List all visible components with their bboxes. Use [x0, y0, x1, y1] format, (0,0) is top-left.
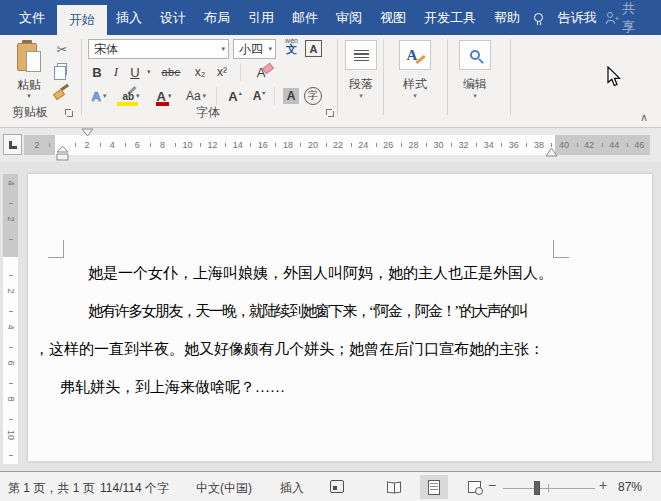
ruler-tick — [9, 347, 13, 348]
ruler-tick — [150, 143, 151, 147]
tab-review[interactable]: 审阅 — [327, 0, 371, 35]
cut-button[interactable]: ✂ — [52, 40, 72, 58]
styles-button[interactable]: A — [399, 40, 431, 70]
group-divider — [510, 39, 511, 115]
change-case-button[interactable]: Aa▾ — [180, 86, 212, 106]
zoom-level[interactable]: 87% — [618, 480, 642, 494]
scissors-icon: ✂ — [57, 42, 68, 57]
ruler-tick — [401, 143, 402, 147]
tab-layout[interactable]: 布局 — [195, 0, 239, 35]
paste-dropdown-arrow[interactable]: ▾ — [6, 92, 52, 100]
share-label: 共享 — [622, 0, 645, 36]
ruler-number: 38 — [531, 135, 547, 155]
collapse-ribbon-button[interactable]: ∧ — [634, 111, 654, 124]
left-indent-marker[interactable] — [56, 146, 69, 161]
enclose-character: 字 — [304, 87, 322, 105]
insert-mode-status[interactable]: 插入 — [280, 480, 304, 497]
ribbon: 粘贴 ▾ ✂ 剪贴板 宋体▾ 小四▾ wén 文 A B I U ▾ abc x… — [0, 35, 661, 128]
font-color-button[interactable]: A ▾ — [152, 86, 176, 106]
highlight-letters: ab — [122, 91, 134, 102]
underline-button[interactable]: U — [126, 62, 144, 82]
ruler-number: 42 — [581, 135, 597, 155]
margin-corner-mark — [48, 240, 64, 258]
ruler-tick — [602, 143, 603, 147]
character-border-button[interactable]: A — [305, 40, 322, 57]
word-window: 文件 开始 插入 设计 布局 引用 邮件 审阅 视图 开发工具 帮助 告诉我 +… — [0, 0, 661, 501]
tab-stop-selector[interactable] — [3, 134, 22, 155]
clipboard-dialog-launcher[interactable] — [64, 108, 74, 118]
ruler-number: 20 — [305, 135, 321, 155]
change-case-letters: Aa — [186, 89, 201, 103]
ruler-number: 2 — [29, 135, 45, 155]
italic-button[interactable]: I — [108, 62, 124, 82]
mouse-cursor — [607, 66, 621, 87]
styles-group-label: 样式 — [387, 76, 443, 93]
zoom-slider-track[interactable] — [503, 488, 595, 489]
word-count-status[interactable]: 114/114 个字 — [100, 480, 169, 497]
paste-button[interactable]: 粘贴 ▾ — [6, 39, 52, 109]
font-name-combo[interactable]: 宋体▾ — [88, 39, 229, 59]
ruler-number: 2 — [6, 284, 16, 299]
paragraph-dropdown-arrow[interactable]: ▾ — [333, 92, 389, 100]
editing-button[interactable] — [459, 40, 491, 70]
character-shading-button[interactable]: A — [282, 86, 300, 106]
zoom-slider-thumb[interactable] — [534, 481, 540, 495]
tab-developer[interactable]: 开发工具 — [415, 0, 485, 35]
ruler-number: 30 — [431, 135, 447, 155]
bold-button[interactable]: B — [88, 62, 106, 82]
print-layout-button[interactable] — [420, 475, 448, 499]
ruler-number: 6 — [129, 135, 145, 155]
underline-dropdown-arrow[interactable]: ▾ — [147, 68, 151, 76]
font-dialog-launcher[interactable] — [325, 108, 335, 118]
document-text-line: 她是一个女仆，上海叫娘姨，外国人叫阿妈，她的主人也正是外国人。 — [88, 264, 553, 283]
chevron-down-icon: ▾ — [103, 92, 107, 100]
font-size-combo[interactable]: 小四▾ — [233, 39, 276, 59]
page-number-status[interactable]: 第 1 页，共 1 页 — [8, 480, 95, 497]
page-icon — [428, 480, 440, 495]
share-person-icon: + — [606, 12, 617, 24]
document-text-line: 弗轧姘头，到上海来做啥呢？…… — [60, 378, 285, 397]
read-mode-button[interactable] — [380, 475, 408, 499]
paragraph-button[interactable] — [345, 40, 377, 70]
text-effects-button[interactable]: A▾ — [87, 86, 111, 106]
ruler-number: 6 — [6, 356, 16, 371]
format-painter-button[interactable] — [52, 82, 72, 100]
tab-references[interactable]: 引用 — [239, 0, 283, 35]
ruler-tick — [627, 143, 628, 147]
grow-font-button[interactable]: A▴ — [224, 86, 246, 106]
tab-design[interactable]: 设计 — [151, 0, 195, 35]
shrink-font-button[interactable]: A▾ — [248, 86, 270, 106]
tab-file[interactable]: 文件 — [7, 0, 57, 35]
strikethrough-button[interactable]: abc — [156, 62, 186, 82]
share-button[interactable]: + 共享 — [606, 0, 661, 35]
macro-recording-icon[interactable] — [330, 480, 344, 493]
web-layout-button[interactable] — [460, 475, 488, 499]
ruler-number: 46 — [631, 135, 647, 155]
ruler-number: 8 — [6, 392, 16, 407]
zoom-out-button[interactable]: − — [488, 477, 496, 493]
editing-dropdown-arrow[interactable]: ▾ — [447, 92, 503, 100]
document-page[interactable]: 她是一个女仆，上海叫娘姨，外国人叫阿妈，她的主人也正是外国人。 她有许多女朋友，… — [28, 174, 652, 461]
tab-view[interactable]: 视图 — [371, 0, 415, 35]
text-highlight-button[interactable]: ab ▾ — [114, 86, 148, 106]
ruler-tick — [351, 143, 352, 147]
tab-insert[interactable]: 插入 — [107, 0, 151, 35]
subscript-button[interactable]: x₂ — [190, 62, 210, 82]
phonetic-guide-button[interactable]: wén 文 — [281, 37, 302, 61]
chevron-down-icon: ▾ — [203, 92, 207, 100]
copy-button[interactable] — [52, 60, 72, 78]
tell-me-button[interactable]: 告诉我 — [549, 0, 606, 35]
divider — [274, 87, 275, 105]
enclose-characters-button[interactable]: 字 — [302, 86, 324, 106]
styles-dropdown-arrow[interactable]: ▾ — [387, 92, 443, 100]
superscript-button[interactable]: x² — [212, 62, 232, 82]
zoom-in-button[interactable]: + — [599, 477, 607, 493]
paragraph-group-label: 段落 — [333, 76, 389, 93]
language-status[interactable]: 中文(中国) — [196, 480, 252, 497]
tab-mailings[interactable]: 邮件 — [283, 0, 327, 35]
divider — [216, 87, 217, 105]
tab-help[interactable]: 帮助 — [485, 0, 529, 35]
clear-formatting-button[interactable]: A — [250, 62, 280, 82]
ruler-tick — [300, 143, 301, 147]
tab-home[interactable]: 开始 — [57, 5, 107, 35]
